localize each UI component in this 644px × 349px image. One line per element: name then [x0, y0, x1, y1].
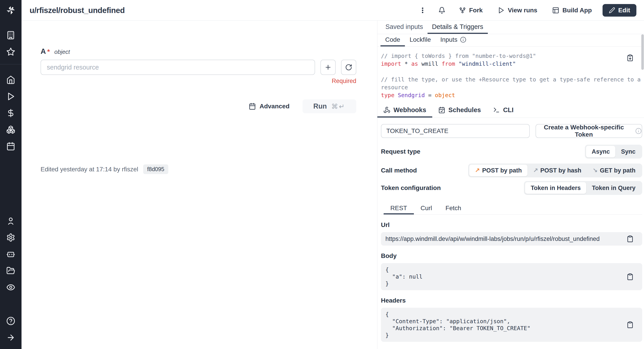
- toggle-post-by-hash[interactable]: ↗ POST by hash: [528, 165, 587, 176]
- kebab-menu-button[interactable]: [416, 5, 429, 16]
- sidebar-item-settings[interactable]: [0, 229, 22, 246]
- url-value: https://app.windmill.dev/api/w/windmill-…: [386, 235, 600, 242]
- tab-inputs[interactable]: Inputs: [436, 34, 471, 47]
- tab-saved-inputs[interactable]: Saved inputs: [381, 21, 428, 34]
- add-resource-button[interactable]: [320, 60, 336, 75]
- refresh-icon: [345, 64, 352, 71]
- calendar-check-icon: [438, 107, 445, 114]
- clipboard-icon: [626, 273, 634, 280]
- tab-rest[interactable]: REST: [384, 203, 414, 214]
- body-line: "a": null: [386, 273, 622, 280]
- workspace-building-icon: [6, 31, 15, 40]
- sidebar-item-audit[interactable]: [0, 279, 22, 296]
- request-type-row: Request type Async Sync: [381, 145, 642, 159]
- run-shortcut: ⌘↵: [332, 103, 346, 110]
- clipboard-copy-icon: [626, 54, 634, 62]
- code-line-3: [381, 68, 630, 76]
- resources-boxes-icon: [6, 125, 15, 134]
- edit-button[interactable]: Edit: [602, 4, 636, 17]
- help-circle-icon: [6, 316, 15, 325]
- headers-line: "Authorization": "Bearer TOKEN_TO_CREATE…: [386, 325, 622, 332]
- advanced-button[interactable]: Advanced: [249, 103, 290, 110]
- notifications-button[interactable]: [436, 5, 448, 16]
- tab-schedules[interactable]: Schedules: [432, 103, 487, 118]
- plus-icon: [324, 64, 332, 71]
- user-icon: [6, 216, 15, 225]
- run-button[interactable]: Run ⌘↵: [302, 99, 356, 113]
- token-config-toggle: Token in Headers Token in Query: [524, 181, 642, 195]
- fork-button[interactable]: Fork: [455, 5, 487, 16]
- webhook-icon: [384, 107, 390, 114]
- tab-fetch[interactable]: Fetch: [439, 203, 468, 214]
- toggle-token-headers[interactable]: Token in Headers: [525, 182, 586, 194]
- ai-bot-icon: [6, 250, 15, 259]
- bell-icon: [438, 7, 446, 14]
- toggle-token-query[interactable]: Token in Query: [586, 182, 641, 194]
- sidebar-item-favorites[interactable]: [0, 44, 22, 60]
- copy-code-button[interactable]: [626, 54, 634, 62]
- tab-details-triggers[interactable]: Details & Triggers: [428, 21, 488, 34]
- create-token-button[interactable]: Create a Webhook-specific Token: [536, 124, 642, 138]
- tab-curl[interactable]: Curl: [414, 203, 439, 214]
- fork-label: Fork: [469, 7, 483, 14]
- sidebar-item-variables[interactable]: [0, 105, 22, 121]
- sidebar-item-expand[interactable]: [0, 329, 22, 346]
- build-app-button[interactable]: Build App: [548, 5, 596, 16]
- settings-gear-icon: [6, 233, 15, 242]
- sidebar-item-schedules[interactable]: [0, 138, 22, 155]
- code-line-2: import * as wmill from "windmill-client": [381, 60, 630, 68]
- refresh-resource-button[interactable]: [341, 60, 356, 75]
- token-config-row: Token configuration Token in Headers Tok…: [381, 181, 642, 195]
- token-input[interactable]: [381, 124, 530, 138]
- create-token-label: Create a Webhook-specific Token: [536, 124, 632, 138]
- call-method-toggle: ↗ POST by path ↗ POST by hash ↘ GET by p…: [468, 164, 642, 177]
- body-section: Body { "a": null }: [381, 252, 642, 290]
- body-box: { "a": null }: [381, 263, 642, 290]
- arrow-up-right-icon: ↗: [475, 167, 480, 174]
- copy-body-button[interactable]: [626, 273, 634, 280]
- toggle-async[interactable]: Async: [586, 146, 615, 157]
- windmill-logo[interactable]: [0, 0, 22, 21]
- sidebar-item-user[interactable]: [0, 213, 22, 229]
- code-viewer: // import { toWords } from "number-to-wo…: [377, 47, 644, 103]
- sidebar-item-workspace[interactable]: [0, 27, 22, 44]
- post-by-path-label: POST by path: [482, 167, 522, 174]
- sidebar-item-ai[interactable]: [0, 246, 22, 262]
- view-runs-button[interactable]: View runs: [494, 5, 541, 16]
- variables-dollar-icon: [6, 109, 15, 118]
- tab-inputs-label: Inputs: [440, 36, 457, 43]
- tab-lockfile[interactable]: Lockfile: [405, 34, 436, 47]
- version-badge[interactable]: f8d095: [143, 164, 168, 174]
- edited-row: Edited yesterday at 17:14 by rfiszel f8d…: [40, 164, 356, 174]
- snippet-tabs: REST Curl Fetch: [381, 203, 642, 215]
- sidebar-item-folders[interactable]: [0, 262, 22, 279]
- tab-webhooks[interactable]: Webhooks: [377, 103, 432, 118]
- advanced-label: Advanced: [260, 103, 290, 110]
- sidebar-item-resources[interactable]: [0, 121, 22, 138]
- sidebar-item-help[interactable]: [0, 313, 22, 329]
- tab-code[interactable]: Code: [380, 34, 405, 47]
- sidebar-item-home[interactable]: [0, 72, 22, 88]
- sidebar-item-runs[interactable]: [0, 88, 22, 105]
- headers-section: Headers { "Content-Type": "application/j…: [381, 297, 642, 342]
- page-title: u/rfiszel/robust_undefined: [30, 6, 125, 15]
- toggle-sync[interactable]: Sync: [615, 146, 641, 157]
- sidebar: [0, 0, 22, 349]
- resource-input-row: [40, 60, 356, 75]
- arrow-down-right-icon: ↘: [592, 167, 598, 174]
- url-section: Url https://app.windmill.dev/api/w/windm…: [381, 221, 642, 246]
- sidebar-bottom-group: [0, 213, 22, 349]
- resource-input[interactable]: [40, 60, 315, 75]
- run-row: Advanced Run ⌘↵: [40, 99, 356, 113]
- toggle-post-by-path[interactable]: ↗ POST by path: [469, 165, 528, 176]
- copy-url-button[interactable]: [626, 235, 634, 242]
- sidebar-main-group: [0, 72, 22, 155]
- tab-cli[interactable]: CLI: [487, 103, 520, 118]
- edited-text: Edited yesterday at 17:14 by rfiszel: [40, 166, 138, 173]
- collapse-arrow-right-icon: [6, 333, 15, 342]
- get-by-path-label: GET by path: [600, 167, 636, 174]
- sidebar-top-group: [0, 27, 22, 60]
- toggle-get-by-path[interactable]: ↘ GET by path: [587, 165, 641, 176]
- content-row: A * object Required: [22, 21, 644, 349]
- copy-headers-button[interactable]: [626, 321, 634, 328]
